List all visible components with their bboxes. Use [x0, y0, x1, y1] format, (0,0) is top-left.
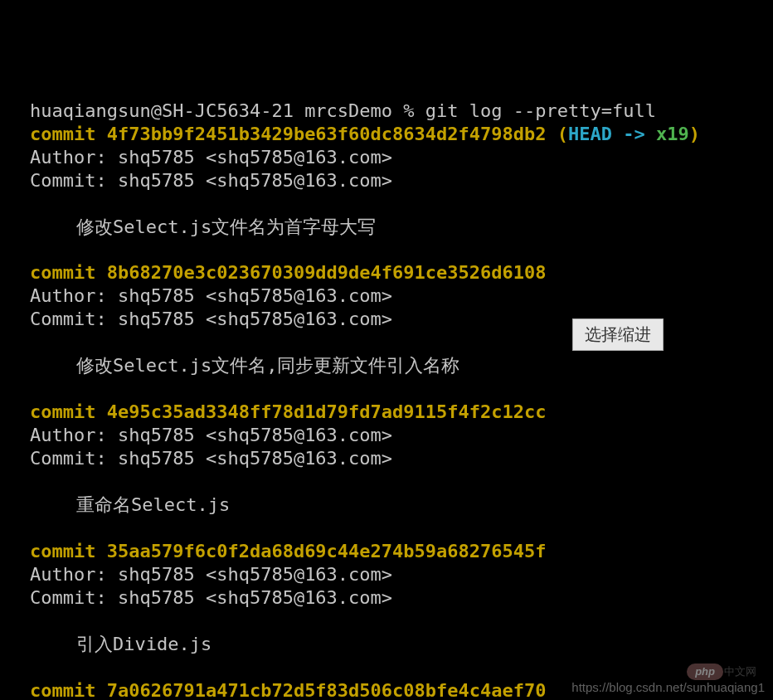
php-watermark-badge: php [687, 664, 723, 681]
php-watermark-text: 中文网 [724, 665, 756, 679]
commit-hash: commit 7a0626791a471cb72d5f83d506c08bfe4… [30, 680, 547, 700]
commit-hash: commit 35aa579f6c0f2da68d69c44e274b59a68… [30, 541, 547, 561]
indent-tooltip: 选择缩进 [572, 318, 664, 351]
branch-name: x19 [656, 124, 689, 144]
commit-hash: commit 8b68270e3c023670309dd9de4f691ce35… [30, 262, 547, 283]
commit-message: 引入Divide.js [30, 633, 773, 656]
blank-line [30, 470, 773, 493]
csdn-watermark: https://blog.csdn.net/sunhuaqiang1 [571, 679, 765, 695]
blank-line [30, 377, 773, 401]
ref-open-paren: ( [547, 124, 569, 144]
commit-hash: commit 4e95c35ad3348ff78d1d79fd7ad9115f4… [30, 401, 547, 422]
commit-committer: Commit: shq5785 <shq5785@163.com> [30, 586, 773, 610]
head-ref: HEAD -> [568, 124, 656, 144]
commit-hash: commit 4f73bb9f2451b3429be63f60dc8634d2f… [30, 124, 547, 144]
commit-message: 重命名Select.js [30, 493, 773, 517]
commit-message: 修改Select.js文件名为首字母大写 [30, 216, 773, 239]
blank-line [30, 656, 773, 679]
commit-committer: Commit: shq5785 <shq5785@163.com> [30, 447, 773, 470]
commit-author: Author: shq5785 <shq5785@163.com> [30, 146, 773, 169]
blank-line [30, 517, 773, 540]
commit-hash-line: commit 8b68270e3c023670309dd9de4f691ce35… [30, 261, 773, 284]
commit-hash-line: commit 4e95c35ad3348ff78d1d79fd7ad9115f4… [30, 401, 773, 424]
blank-line [30, 238, 773, 261]
commit-message: 修改Select.js文件名,同步更新文件引入名称 [30, 354, 773, 377]
ref-close-paren: ) [689, 124, 700, 144]
commit-author: Author: shq5785 <shq5785@163.com> [30, 284, 773, 308]
terminal-output[interactable]: huaqiangsun@SH-JC5634-21 mrcsDemo % git … [30, 100, 773, 700]
commit-author: Author: shq5785 <shq5785@163.com> [30, 563, 773, 586]
commit-committer: Commit: shq5785 <shq5785@163.com> [30, 169, 773, 192]
commit-author: Author: shq5785 <shq5785@163.com> [30, 424, 773, 447]
commit-hash-line: commit 4f73bb9f2451b3429be63f60dc8634d2f… [30, 123, 773, 146]
shell-prompt: huaqiangsun@SH-JC5634-21 mrcsDemo % git … [30, 100, 773, 123]
blank-line [30, 610, 773, 633]
blank-line [30, 192, 773, 216]
commit-hash-line: commit 35aa579f6c0f2da68d69c44e274b59a68… [30, 540, 773, 563]
